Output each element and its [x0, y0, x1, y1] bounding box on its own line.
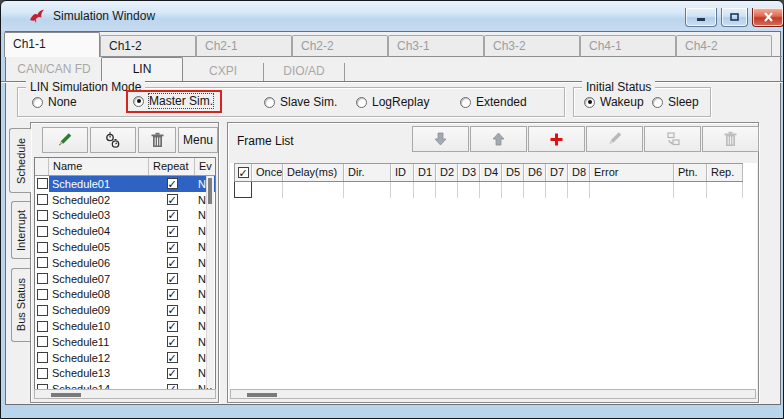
- column-error[interactable]: Error: [590, 164, 674, 181]
- column-id[interactable]: ID: [391, 164, 414, 181]
- column-d7[interactable]: D7: [546, 164, 568, 181]
- schedule-row[interactable]: Schedule03 ✓ No: [35, 208, 215, 224]
- column-dir[interactable]: Dir.: [344, 164, 391, 181]
- schedule-row[interactable]: Schedule10 ✓ No: [35, 318, 215, 334]
- edit-frame-button[interactable]: [586, 126, 643, 152]
- row-checkbox[interactable]: [37, 226, 48, 237]
- repeat-checkbox[interactable]: ✓: [167, 178, 178, 189]
- delete-schedule-button[interactable]: [138, 127, 176, 153]
- repeat-checkbox[interactable]: ✓: [167, 273, 178, 284]
- row-checkbox[interactable]: [37, 242, 48, 253]
- radio-sleep[interactable]: Sleep: [652, 95, 699, 109]
- frame-horizontal-scrollbar[interactable]: [230, 389, 756, 399]
- column-ptn[interactable]: Ptn.: [674, 164, 707, 181]
- restore-button[interactable]: [721, 8, 748, 27]
- row-checkbox[interactable]: [37, 368, 48, 379]
- schedule-horizontal-scrollbar[interactable]: [34, 389, 216, 399]
- tab-dio-ad[interactable]: DIO/AD: [264, 63, 345, 81]
- side-tab-bus-status[interactable]: Bus Status: [11, 268, 30, 342]
- repeat-checkbox[interactable]: ✓: [167, 194, 178, 205]
- column-d3[interactable]: D3: [458, 164, 480, 181]
- row-checkbox[interactable]: [37, 210, 48, 221]
- repeat-checkbox[interactable]: ✓: [167, 242, 178, 253]
- edit-schedule-button[interactable]: [42, 127, 88, 153]
- schedule-row[interactable]: Schedule06 ✓ No: [35, 255, 215, 271]
- schedule-row[interactable]: Schedule12 ✓ No: [35, 350, 215, 366]
- repeat-checkbox[interactable]: ✓: [167, 305, 178, 316]
- side-tab-interrupt[interactable]: Interrupt: [11, 201, 30, 259]
- tab-cxpi[interactable]: CXPI: [183, 63, 264, 81]
- tab-lin[interactable]: LIN: [101, 57, 183, 81]
- column-d1[interactable]: D1: [414, 164, 436, 181]
- column-rep[interactable]: Rep.: [707, 164, 743, 181]
- radio-none[interactable]: None: [32, 95, 77, 109]
- column-d4[interactable]: D4: [480, 164, 502, 181]
- column-d2[interactable]: D2: [436, 164, 458, 181]
- delete-frame-button[interactable]: [702, 126, 759, 152]
- side-tab-schedule[interactable]: Schedule: [9, 128, 31, 193]
- repeat-checkbox[interactable]: ✓: [167, 336, 178, 347]
- repeat-column-header[interactable]: Repeat: [149, 158, 195, 175]
- radio-icon[interactable]: [32, 97, 43, 108]
- add-frame-button[interactable]: [528, 126, 585, 152]
- move-frame-up-button[interactable]: [470, 126, 527, 152]
- event-column-header[interactable]: Ev: [195, 158, 215, 175]
- radio-icon[interactable]: [652, 97, 663, 108]
- radio-slave-sim[interactable]: Slave Sim.: [264, 95, 337, 109]
- column-once[interactable]: Once: [252, 164, 283, 181]
- title-bar[interactable]: Simulation Window: [1, 1, 783, 31]
- radio-icon[interactable]: [264, 97, 275, 108]
- column-d8[interactable]: D8: [568, 164, 590, 181]
- schedule-row[interactable]: Schedule04 ✓ No: [35, 223, 215, 239]
- name-column-header[interactable]: Name: [49, 158, 149, 175]
- schedule-row[interactable]: Schedule05 ✓ No: [35, 239, 215, 255]
- column-d5[interactable]: D5: [502, 164, 524, 181]
- empty-frame-row[interactable]: [234, 182, 743, 198]
- select-column-header[interactable]: [35, 158, 49, 175]
- row-checkbox[interactable]: [37, 321, 48, 332]
- copy-frame-button[interactable]: [644, 126, 701, 152]
- repeat-checkbox[interactable]: ✓: [167, 321, 178, 332]
- schedule-timing-button[interactable]: [90, 127, 136, 153]
- column-delay[interactable]: Delay(ms): [283, 164, 344, 181]
- tab-ch2-2[interactable]: Ch2-2: [292, 35, 388, 57]
- minimize-button[interactable]: [685, 8, 717, 27]
- row-checkbox[interactable]: [37, 178, 48, 189]
- schedule-row[interactable]: Schedule09 ✓ No: [35, 302, 215, 318]
- close-button[interactable]: [752, 8, 784, 27]
- schedule-menu-button[interactable]: Menu: [178, 127, 218, 153]
- repeat-checkbox[interactable]: ✓: [167, 226, 178, 237]
- row-checkbox[interactable]: [37, 257, 48, 268]
- repeat-checkbox[interactable]: ✓: [167, 289, 178, 300]
- tab-ch4-1[interactable]: Ch4-1: [580, 35, 676, 57]
- schedule-row[interactable]: Schedule13 ✓ No: [35, 366, 215, 382]
- repeat-checkbox[interactable]: ✓: [167, 368, 178, 379]
- tab-ch2-1[interactable]: Ch2-1: [196, 35, 292, 57]
- move-frame-down-button[interactable]: [412, 126, 469, 152]
- tab-ch4-2[interactable]: Ch4-2: [676, 35, 772, 57]
- schedule-row[interactable]: Schedule11 ✓ No: [35, 334, 215, 350]
- column-d6[interactable]: D6: [524, 164, 546, 181]
- row-checkbox[interactable]: [37, 336, 48, 347]
- tab-ch3-2[interactable]: Ch3-2: [484, 35, 580, 57]
- row-checkbox[interactable]: [37, 194, 48, 205]
- schedule-row[interactable]: Schedule08 ✓ No: [35, 287, 215, 303]
- schedule-row[interactable]: Schedule01 ✓ No: [35, 176, 215, 192]
- row-checkbox[interactable]: [37, 352, 48, 363]
- scrollbar-thumb[interactable]: [51, 393, 81, 397]
- scrollbar-thumb[interactable]: [247, 393, 277, 397]
- repeat-checkbox[interactable]: ✓: [167, 257, 178, 268]
- radio-logreplay[interactable]: LogReplay: [356, 95, 429, 109]
- radio-selected-icon[interactable]: [584, 97, 595, 108]
- tab-can-canfd[interactable]: CAN/CAN FD: [7, 59, 101, 81]
- radio-master-sim[interactable]: Master Sim.: [126, 90, 222, 113]
- row-checkbox[interactable]: [37, 305, 48, 316]
- schedule-row[interactable]: Schedule02 ✓ No: [35, 192, 215, 208]
- select-all-checkbox[interactable]: ✓: [238, 167, 249, 178]
- radio-selected-icon[interactable]: [133, 96, 144, 107]
- tab-ch1-1[interactable]: Ch1-1: [4, 32, 100, 57]
- tab-ch3-1[interactable]: Ch3-1: [388, 35, 484, 57]
- row-checkbox[interactable]: [37, 273, 48, 284]
- repeat-checkbox[interactable]: ✓: [167, 210, 178, 221]
- select-all-column-header[interactable]: ✓: [234, 164, 252, 181]
